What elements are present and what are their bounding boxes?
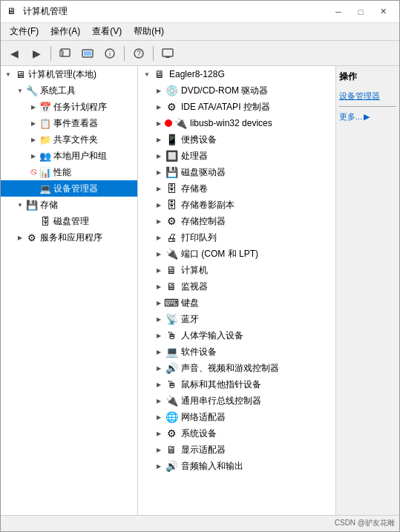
device-libusb[interactable]: ▶ 🔌 libusb-win32 devices <box>138 115 335 131</box>
action-device-manager[interactable]: 设备管理器 <box>339 89 396 103</box>
software-expand-icon: ▶ <box>153 346 165 358</box>
network-label: 网络适配器 <box>181 411 226 424</box>
bluetooth-label: 蓝牙 <box>181 313 199 326</box>
device-root[interactable]: ▼ 🖥 Eagler8-128G <box>138 66 335 82</box>
error-indicator <box>165 119 172 127</box>
device-bluetooth[interactable]: ▶ 📡 蓝牙 <box>138 311 335 327</box>
volume-icon: 🗄 <box>165 182 178 195</box>
menu-action[interactable]: 操作(A) <box>45 24 86 39</box>
action-more[interactable]: 更多... ▶ <box>339 110 396 124</box>
window-icon: 🖥 <box>7 6 19 18</box>
ports-expand-icon: ▶ <box>153 248 165 260</box>
portable-icon: 📱 <box>165 133 178 146</box>
device-usb[interactable]: ▶ 🔌 通用串行总线控制器 <box>138 393 335 409</box>
menu-view[interactable]: 查看(V) <box>86 24 128 39</box>
portable-expand-icon: ▶ <box>153 134 165 145</box>
svg-rect-3 <box>84 51 91 56</box>
root-label: 计算机管理(本地) <box>28 68 96 81</box>
tree-task-scheduler[interactable]: ▶ 📅 任务计划程序 <box>1 99 137 115</box>
tree-services[interactable]: ▶ ⚙ 服务和应用程序 <box>1 229 137 246</box>
tree-root[interactable]: ▼ 🖥 计算机管理(本地) <box>1 66 137 82</box>
forward-button[interactable]: ▶ <box>26 44 47 63</box>
audio-io-icon: 🔊 <box>165 459 178 473</box>
toolbar-separator-3 <box>153 46 154 61</box>
properties-button[interactable]: i <box>99 44 120 63</box>
disk-icon: 💾 <box>165 165 178 179</box>
back-button[interactable]: ◀ <box>4 44 24 63</box>
performance-label: 性能 <box>53 166 71 179</box>
window-title: 计算机管理 <box>23 5 68 18</box>
device-manager-icon: 💻 <box>39 183 51 194</box>
hid-label: 人体学输入设备 <box>181 329 243 342</box>
toolbar-separator-2 <box>124 46 125 61</box>
device-system[interactable]: ▶ ⚙ 系统设备 <box>138 425 335 441</box>
menu-file[interactable]: 文件(F) <box>4 24 45 39</box>
volume-shadow-label: 存储卷影副本 <box>181 199 235 211</box>
device-root-icon: 🖥 <box>153 68 166 81</box>
minimize-button[interactable]: ─ <box>328 4 349 20</box>
device-print-queue[interactable]: ▶ 🖨 打印队列 <box>138 229 335 246</box>
sound-expand-icon: ▶ <box>153 362 165 374</box>
device-network[interactable]: ▶ 🌐 网络适配器 <box>138 409 335 425</box>
device-mouse[interactable]: ▶ 🖱 鼠标和其他指针设备 <box>138 376 335 393</box>
computer-button[interactable] <box>157 44 178 63</box>
performance-expand-icon: 🚫 <box>27 166 39 178</box>
tree-system-tools[interactable]: ▼ 🔧 系统工具 <box>1 82 137 99</box>
device-ports[interactable]: ▶ 🔌 端口 (COM 和 LPT) <box>138 246 335 262</box>
computer-icon: 🖥 <box>165 263 178 277</box>
watermark: CSDN @驴友花雕 <box>335 518 395 528</box>
tree-device-manager[interactable]: 💻 设备管理器 <box>1 180 137 197</box>
device-software[interactable]: ▶ 💻 软件设备 <box>138 344 335 360</box>
tree-disk-management[interactable]: 🗄 磁盘管理 <box>1 213 137 229</box>
tree-performance[interactable]: 🚫 📊 性能 <box>1 164 137 180</box>
show-button[interactable] <box>77 44 98 63</box>
local-users-icon: 👥 <box>39 150 51 162</box>
svg-rect-9 <box>165 56 170 58</box>
mouse-icon: 🖱 <box>165 378 178 391</box>
device-display[interactable]: ▶ 🖥 显示适配器 <box>138 441 335 458</box>
middle-panel: ▼ 🖥 Eagler8-128G ▶ 💿 DVD/CD-ROM 驱动器 ▶ ⚙ … <box>138 66 336 515</box>
audio-io-label: 音频输入和输出 <box>181 460 243 473</box>
device-storage-controller[interactable]: ▶ ⚙ 存储控制器 <box>138 213 335 229</box>
audio-io-expand-icon: ▶ <box>153 460 165 472</box>
system-tools-label: 系统工具 <box>40 85 76 97</box>
network-expand-icon: ▶ <box>153 411 165 423</box>
event-viewer-icon: 📋 <box>39 117 51 129</box>
device-sound[interactable]: ▶ 🔊 声音、视频和游戏控制器 <box>138 360 335 376</box>
bluetooth-expand-icon: ▶ <box>153 313 165 325</box>
processor-expand-icon: ▶ <box>153 150 165 162</box>
event-viewer-label: 事件查看器 <box>53 117 98 130</box>
device-audio-io[interactable]: ▶ 🔊 音频输入和输出 <box>138 458 335 474</box>
ports-icon: 🔌 <box>165 247 178 260</box>
help-button[interactable]: ? <box>128 44 149 63</box>
device-disk[interactable]: ▶ 💾 磁盘驱动器 <box>138 164 335 180</box>
device-keyboard[interactable]: ▶ ⌨ 键盘 <box>138 295 335 311</box>
tree-shared-folders[interactable]: ▶ 📁 共享文件夹 <box>1 131 137 148</box>
left-panel: ▼ 🖥 计算机管理(本地) ▼ 🔧 系统工具 ▶ 📅 任务计划程序 ▶ 📋 事件… <box>1 66 138 515</box>
up-button[interactable] <box>55 44 76 63</box>
device-hid[interactable]: ▶ 🖱 人体学输入设备 <box>138 327 335 344</box>
device-computer[interactable]: ▶ 🖥 计算机 <box>138 262 335 278</box>
disk-management-label: 磁盘管理 <box>53 215 89 228</box>
tree-event-viewer[interactable]: ▶ 📋 事件查看器 <box>1 115 137 131</box>
device-volume-shadow[interactable]: ▶ 🗄 存储卷影副本 <box>138 197 335 213</box>
ide-expand-icon: ▶ <box>153 101 165 113</box>
volume-label: 存储卷 <box>181 183 208 195</box>
system-tools-expand-icon: ▼ <box>14 85 26 96</box>
device-monitor[interactable]: ▶ 🖥 监视器 <box>138 278 335 295</box>
device-ide[interactable]: ▶ ⚙ IDE ATA/ATAPI 控制器 <box>138 99 335 115</box>
device-dvd[interactable]: ▶ 💿 DVD/CD-ROM 驱动器 <box>138 82 335 99</box>
close-button[interactable]: ✕ <box>373 4 393 20</box>
maximize-button[interactable]: □ <box>350 4 371 20</box>
menu-help[interactable]: 帮助(H) <box>128 24 170 39</box>
event-viewer-expand-icon: ▶ <box>27 117 39 129</box>
software-icon: 💻 <box>165 345 178 358</box>
device-portable[interactable]: ▶ 📱 便携设备 <box>138 131 335 148</box>
tree-local-users[interactable]: ▶ 👥 本地用户和组 <box>1 148 137 164</box>
device-volume[interactable]: ▶ 🗄 存储卷 <box>138 180 335 197</box>
libusb-icon: 🔌 <box>174 116 187 130</box>
libusb-label: libusb-win32 devices <box>190 118 272 128</box>
device-processor[interactable]: ▶ 🔲 处理器 <box>138 148 335 164</box>
tree-storage[interactable]: ▼ 💾 存储 <box>1 197 137 213</box>
content-area: ▼ 🖥 计算机管理(本地) ▼ 🔧 系统工具 ▶ 📅 任务计划程序 ▶ 📋 事件… <box>1 66 399 515</box>
